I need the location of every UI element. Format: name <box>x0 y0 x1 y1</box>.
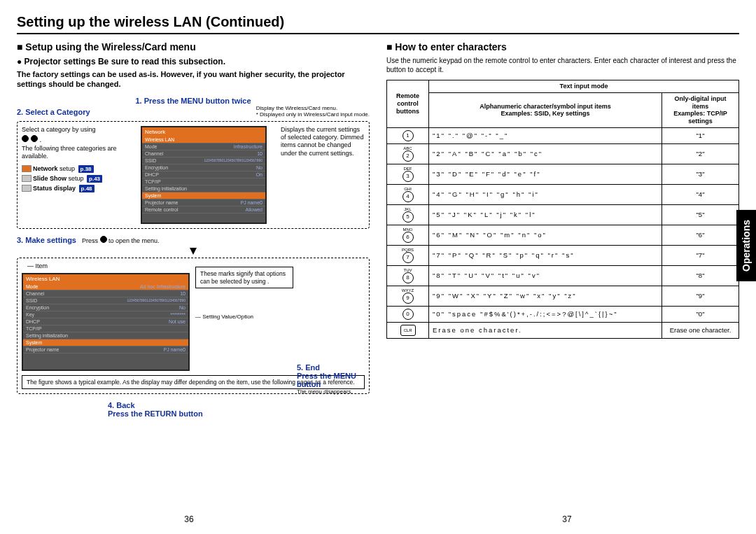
table-row: ABC2"2" "A" "B" "C" "a" "b" "c""2" <box>387 143 739 164</box>
numeric-key-icon: 8 <box>402 272 414 283</box>
digit-cell: "2" <box>662 143 739 164</box>
chars-cell: "0" "space "#$%&'()*+,-./:;<=>?@[\]^_`{|… <box>429 306 662 322</box>
step3-title: 3. Make settings <box>17 236 76 244</box>
col-remote: Remote control buttons <box>387 80 429 128</box>
page-ref: p.48 <box>79 185 94 192</box>
step5-title: 5. End <box>297 363 381 372</box>
arrow-down-icon <box>190 248 197 255</box>
digit-cell: "5" <box>662 204 739 225</box>
chars-cell: "6" "M" "N" "O" "m" "n" "o" <box>429 225 662 245</box>
dashbox-step2: Select a category by using . The followi… <box>17 121 370 229</box>
chars-cell: Erase one character. <box>429 322 662 338</box>
intro-text: The factory settings can be used as-is. … <box>17 69 370 90</box>
step1-note2: * Displayed only in Wireless/Card input … <box>256 111 370 118</box>
numeric-key-icon: 1 <box>402 130 414 141</box>
digit-cell: "9" <box>662 286 739 306</box>
table-row: PQRS7"7" "P" "Q" "R" "S" "p" "q" "r" "s"… <box>387 245 739 265</box>
chars-cell: "8" "T" "U" "V" "t" "u" "v" <box>429 265 662 286</box>
subheading-projector: Projector settings Be sure to read this … <box>17 57 370 66</box>
right-note: Displays the current settings of selecte… <box>281 126 365 157</box>
table-row: MNO6"6" "M" "N" "O" "m" "n" "o""6" <box>387 225 739 245</box>
step1-title: 1. Press the MENU button twice <box>17 97 370 105</box>
table-row: TUV8"8" "T" "U" "V" "t" "u" "v""8" <box>387 265 739 286</box>
step5-note: The menu disappears. <box>297 388 381 395</box>
numeric-key-icon: 5 <box>402 211 414 223</box>
numeric-key-icon: 7 <box>402 252 414 263</box>
chars-cell: "3" "D" "E" "F" "d" "e" "f" <box>429 164 662 184</box>
chars-cell: "1" "." "@" "-" "_" <box>429 127 662 143</box>
step1-note1: Display the Wireless/Card menu. <box>256 105 370 112</box>
arrow-right-icon <box>31 135 38 142</box>
left-column: Setup using the Wireless/Card menu Proje… <box>17 41 370 418</box>
text-input-table: Remote control buttons Text input mode A… <box>386 80 739 339</box>
step4-title: 4. Back <box>108 401 370 409</box>
network-icon <box>22 165 31 172</box>
clear-key-icon: CLR <box>400 325 416 336</box>
select-text1: Select a category by using <box>22 126 127 134</box>
table-row: JKL5"5" "J" "K" "L" "j" "k" "l""5" <box>387 204 739 225</box>
digit-cell: "3" <box>662 164 739 184</box>
right-column: How to enter characters Use the numeric … <box>386 41 739 418</box>
chars-cell: "5" "J" "K" "L" "j" "k" "l" <box>429 204 662 225</box>
side-tab-operations: Operations <box>736 210 756 281</box>
slideshow-icon <box>22 175 31 182</box>
step5-sub: Press the MENU button <box>297 372 381 388</box>
digit-cell: "1" <box>662 127 739 143</box>
col-digital: Only-digital input items Examples: TCP/I… <box>662 92 739 127</box>
select-text2: The following three categories are avail… <box>22 145 127 161</box>
setting-label: — Setting Value/Option <box>195 314 293 321</box>
digit-cell: "6" <box>662 225 739 245</box>
numeric-key-icon: 3 <box>402 171 414 182</box>
page-ref: p.43 <box>87 175 102 183</box>
cat-row: Network setup p.38 <box>22 165 127 173</box>
arrow-left-icon <box>22 135 29 142</box>
item-label: Item <box>36 262 48 269</box>
numeric-key-icon: 4 <box>402 191 414 202</box>
cat-row: Status display p.48 <box>22 185 127 192</box>
digit-cell: "0" <box>662 306 739 322</box>
table-row: CLRErase one character.Erase one charact… <box>387 322 739 338</box>
digit-cell: Erase one character. <box>662 322 739 338</box>
table-row: 0"0" "space "#$%&'()*+,-./:;<=>?@[\]^_`{… <box>387 306 739 322</box>
page-title: Setting up the wireless LAN (Continued) <box>17 14 739 34</box>
right-section-heading: How to enter characters <box>386 41 739 52</box>
table-row: 1"1" "." "@" "-" "_""1" <box>387 127 739 143</box>
page-number-left: 36 <box>184 514 193 524</box>
col-alpha: Alphanumeric character/symbol input item… <box>429 92 662 127</box>
numeric-key-icon: 6 <box>402 232 414 243</box>
step4-sub: Press the RETURN button <box>108 409 370 418</box>
step2-title: 2. Select a Category <box>17 108 90 116</box>
numeric-key-icon: 2 <box>402 150 414 162</box>
menu-screenshot-2: Wireless LAN ModeAd hoc Infrastructure C… <box>22 273 190 371</box>
table-row: DEF3"3" "D" "E" "F" "d" "e" "f""3" <box>387 164 739 184</box>
digit-cell: "8" <box>662 265 739 286</box>
numeric-key-icon: 0 <box>402 309 414 320</box>
table-title: Text input mode <box>429 80 739 93</box>
left-section-heading: Setup using the Wireless/Card menu <box>17 41 370 52</box>
chars-cell: "2" "A" "B" "C" "a" "b" "c" <box>429 143 662 164</box>
status-icon <box>22 185 31 192</box>
chars-cell: "9" "W" "X" "Y" "Z" "w" "x" "y" "z" <box>429 286 662 306</box>
digit-cell: "7" <box>662 245 739 265</box>
table-row: GHI4"4" "G" "H" "I" "g" "h" "i""4" <box>387 184 739 204</box>
table-row: WXYZ9"9" "W" "X" "Y" "Z" "w" "x" "y" "z"… <box>387 286 739 306</box>
right-intro: Use the numeric keypad on the remote con… <box>386 57 736 73</box>
cat-row: Slide Show setup p.43 <box>22 175 127 183</box>
page-number-right: 37 <box>562 514 571 524</box>
chars-cell: "7" "P" "Q" "R" "S" "p" "q" "r" "s" <box>429 245 662 265</box>
enter-icon <box>100 236 107 243</box>
menu-screenshot-1: Network Wireless LAN ModeInfrastructure … <box>141 126 267 224</box>
marks-note: These marks signify that options can be … <box>195 267 293 288</box>
chars-cell: "4" "G" "H" "I" "g" "h" "i" <box>429 184 662 204</box>
digit-cell: "4" <box>662 184 739 204</box>
page-ref: p.38 <box>78 165 94 173</box>
numeric-key-icon: 9 <box>402 293 414 304</box>
